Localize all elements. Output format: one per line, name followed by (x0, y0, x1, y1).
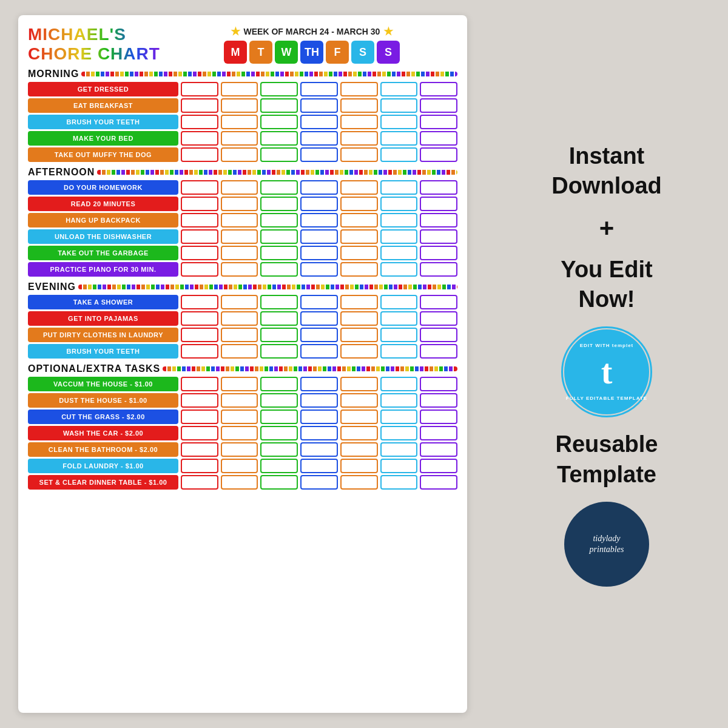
check-box[interactable] (340, 410, 378, 424)
check-box[interactable] (300, 197, 338, 211)
check-box[interactable] (300, 393, 338, 408)
check-box[interactable] (221, 213, 258, 228)
check-box[interactable] (260, 262, 298, 277)
check-box[interactable] (260, 98, 298, 113)
check-box[interactable] (420, 262, 457, 277)
check-box[interactable] (221, 459, 258, 473)
check-box[interactable] (420, 410, 457, 424)
check-box[interactable] (420, 115, 457, 129)
check-box[interactable] (300, 180, 338, 195)
check-box[interactable] (221, 131, 258, 146)
check-box[interactable] (300, 475, 338, 490)
check-box[interactable] (181, 344, 218, 359)
check-box[interactable] (260, 344, 298, 359)
check-box[interactable] (340, 180, 378, 195)
check-box[interactable] (420, 295, 457, 309)
check-box[interactable] (340, 393, 378, 408)
check-box[interactable] (340, 295, 378, 309)
check-box[interactable] (221, 426, 258, 440)
check-box[interactable] (300, 98, 338, 113)
check-box[interactable] (340, 344, 378, 359)
check-box[interactable] (221, 197, 258, 211)
check-box[interactable] (380, 426, 418, 440)
check-box[interactable] (420, 426, 457, 440)
check-box[interactable] (340, 377, 378, 391)
check-box[interactable] (181, 197, 218, 211)
check-box[interactable] (380, 393, 418, 408)
check-box[interactable] (380, 459, 418, 473)
check-box[interactable] (420, 377, 457, 391)
check-box[interactable] (420, 442, 457, 457)
check-box[interactable] (380, 213, 418, 228)
check-box[interactable] (300, 410, 338, 424)
check-box[interactable] (221, 311, 258, 326)
check-box[interactable] (380, 344, 418, 359)
check-box[interactable] (380, 98, 418, 113)
check-box[interactable] (300, 311, 338, 326)
check-box[interactable] (340, 459, 378, 473)
check-box[interactable] (300, 377, 338, 391)
check-box[interactable] (340, 262, 378, 277)
check-box[interactable] (380, 147, 418, 162)
check-box[interactable] (260, 393, 298, 408)
check-box[interactable] (380, 410, 418, 424)
check-box[interactable] (221, 246, 258, 260)
check-box[interactable] (181, 442, 218, 457)
check-box[interactable] (420, 311, 457, 326)
check-box[interactable] (221, 82, 258, 96)
check-box[interactable] (181, 213, 218, 228)
check-box[interactable] (260, 295, 298, 309)
check-box[interactable] (340, 131, 378, 146)
check-box[interactable] (260, 311, 298, 326)
check-box[interactable] (300, 442, 338, 457)
check-box[interactable] (300, 229, 338, 244)
check-box[interactable] (420, 246, 457, 260)
check-box[interactable] (300, 459, 338, 473)
check-box[interactable] (340, 426, 378, 440)
check-box[interactable] (420, 180, 457, 195)
check-box[interactable] (340, 442, 378, 457)
check-box[interactable] (340, 197, 378, 211)
check-box[interactable] (300, 328, 338, 342)
check-box[interactable] (181, 475, 218, 490)
check-box[interactable] (260, 147, 298, 162)
check-box[interactable] (181, 393, 218, 408)
check-box[interactable] (260, 131, 298, 146)
check-box[interactable] (300, 426, 338, 440)
check-box[interactable] (181, 180, 218, 195)
check-box[interactable] (380, 328, 418, 342)
check-box[interactable] (221, 393, 258, 408)
check-box[interactable] (260, 475, 298, 490)
check-box[interactable] (221, 229, 258, 244)
check-box[interactable] (380, 131, 418, 146)
check-box[interactable] (260, 328, 298, 342)
check-box[interactable] (300, 131, 338, 146)
check-box[interactable] (181, 82, 218, 96)
check-box[interactable] (380, 475, 418, 490)
check-box[interactable] (340, 213, 378, 228)
check-box[interactable] (300, 262, 338, 277)
check-box[interactable] (221, 180, 258, 195)
check-box[interactable] (380, 82, 418, 96)
check-box[interactable] (300, 147, 338, 162)
check-box[interactable] (181, 229, 218, 244)
check-box[interactable] (221, 377, 258, 391)
check-box[interactable] (260, 377, 298, 391)
check-box[interactable] (340, 98, 378, 113)
check-box[interactable] (221, 475, 258, 490)
check-box[interactable] (221, 147, 258, 162)
check-box[interactable] (420, 82, 457, 96)
check-box[interactable] (340, 311, 378, 326)
check-box[interactable] (181, 426, 218, 440)
check-box[interactable] (260, 197, 298, 211)
check-box[interactable] (420, 475, 457, 490)
check-box[interactable] (260, 82, 298, 96)
check-box[interactable] (300, 115, 338, 129)
check-box[interactable] (420, 147, 457, 162)
check-box[interactable] (380, 229, 418, 244)
check-box[interactable] (380, 377, 418, 391)
check-box[interactable] (340, 475, 378, 490)
check-box[interactable] (420, 344, 457, 359)
check-box[interactable] (380, 180, 418, 195)
check-box[interactable] (300, 295, 338, 309)
